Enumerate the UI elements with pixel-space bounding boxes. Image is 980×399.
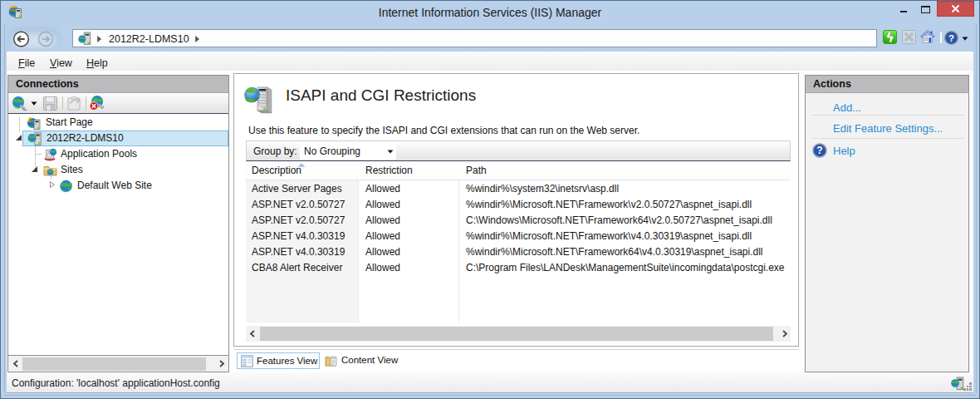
- svg-text:?: ?: [948, 33, 954, 43]
- svg-text:?: ?: [816, 145, 822, 156]
